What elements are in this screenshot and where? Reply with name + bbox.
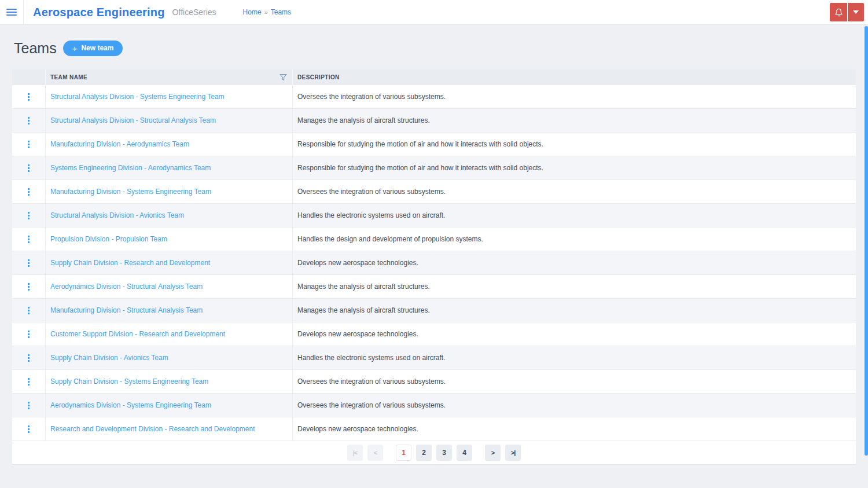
app-title: Aerospace Engineering	[33, 6, 165, 19]
kebab-menu-icon[interactable]	[25, 233, 32, 245]
team-name-cell: Manufacturing Division - Aerodynamics Te…	[46, 133, 293, 156]
team-description-cell: Manages the analysis of aircraft structu…	[293, 275, 856, 298]
team-name-cell: Structural Analysis Division - Structura…	[46, 109, 293, 132]
page-button-3[interactable]: 3	[436, 445, 452, 461]
breadcrumb-current-link[interactable]: Teams	[271, 8, 291, 16]
filter-icon[interactable]	[279, 74, 287, 81]
table-row: Supply Chain Division - Systems Engineer…	[12, 370, 856, 394]
column-header-team-name: TEAM NAME	[46, 69, 293, 85]
row-menu-cell	[12, 299, 46, 322]
account-dropdown-button[interactable]	[848, 3, 864, 21]
team-name-cell: Structural Analysis Division - Systems E…	[46, 85, 293, 108]
team-name-link[interactable]: Structural Analysis Division - Avionics …	[50, 211, 184, 219]
table-row: Manufacturing Division - Structural Anal…	[12, 299, 856, 322]
first-page-button[interactable]: |<	[347, 445, 363, 461]
team-description: Manages the analysis of aircraft structu…	[297, 116, 430, 124]
team-name-column-label: TEAM NAME	[50, 74, 87, 80]
table-header-row: TEAM NAME DESCRIPTION	[12, 69, 856, 85]
team-name-link[interactable]: Propulsion Division - Propulsion Team	[50, 235, 167, 243]
team-name-cell: Aerodynamics Division - Structural Analy…	[46, 275, 293, 298]
page-head: Teams + New team	[12, 39, 856, 57]
page-button-2[interactable]: 2	[416, 445, 432, 461]
column-header-row-menu	[12, 69, 46, 85]
team-name-link[interactable]: Aerodynamics Division - Structural Analy…	[50, 282, 203, 291]
team-name-link[interactable]: Structural Analysis Division - Structura…	[50, 116, 216, 124]
team-name-link[interactable]: Supply Chain Division - Avionics Team	[50, 354, 168, 362]
kebab-menu-icon[interactable]	[25, 210, 32, 222]
row-menu-cell	[12, 417, 46, 441]
teams-table-card: TEAM NAME DESCRIPTION Structural	[12, 69, 856, 465]
page-button-1[interactable]: 1	[396, 445, 411, 461]
team-name-link[interactable]: Manufacturing Division - Structural Anal…	[50, 306, 203, 314]
table-row: Aerodynamics Division - Systems Engineer…	[12, 394, 856, 417]
team-name-cell: Customer Support Division - Research and…	[46, 322, 293, 346]
vertical-scrollbar[interactable]	[865, 26, 868, 456]
header-actions	[830, 3, 864, 21]
team-name-link[interactable]: Aerodynamics Division - Systems Engineer…	[50, 401, 211, 409]
kebab-menu-icon[interactable]	[25, 423, 32, 435]
row-menu-cell	[12, 156, 46, 179]
kebab-menu-icon[interactable]	[25, 257, 32, 269]
chevron-down-icon	[853, 10, 859, 14]
team-name-link[interactable]: Systems Engineering Division - Aerodynam…	[50, 164, 211, 172]
team-name-cell: Structural Analysis Division - Avionics …	[46, 204, 293, 227]
plus-icon: +	[72, 44, 78, 53]
page-button-4[interactable]: 4	[457, 445, 472, 461]
team-name-link[interactable]: Supply Chain Division - Systems Engineer…	[50, 377, 208, 386]
kebab-menu-icon[interactable]	[25, 138, 32, 151]
team-description-cell: Responsible for studying the motion of a…	[293, 133, 856, 156]
team-description-cell: Develops new aerospace technologies.	[293, 322, 856, 346]
kebab-menu-icon[interactable]	[25, 376, 32, 388]
team-name-link[interactable]: Research and Development Division - Rese…	[50, 425, 255, 433]
hamburger-menu-icon[interactable]	[0, 0, 23, 24]
kebab-menu-icon[interactable]	[25, 352, 32, 364]
team-name-link[interactable]: Supply Chain Division - Research and Dev…	[50, 259, 210, 267]
table-body: Structural Analysis Division - Systems E…	[12, 85, 856, 441]
team-description-cell: Develops new aerospace technologies.	[293, 417, 856, 441]
table-row: Supply Chain Division - Research and Dev…	[12, 251, 856, 275]
table-row: Propulsion Division - Propulsion Team Ha…	[12, 228, 856, 251]
team-description: Responsible for studying the motion of a…	[297, 164, 543, 172]
last-page-button[interactable]: >|	[505, 445, 521, 461]
table-row: Manufacturing Division - Aerodynamics Te…	[12, 133, 856, 156]
table-row: Aerodynamics Division - Structural Analy…	[12, 275, 856, 299]
main-content: Teams + New team TEAM NAME DESCRIPTION	[0, 39, 868, 465]
row-menu-cell	[12, 85, 46, 108]
team-name-link[interactable]: Customer Support Division - Research and…	[50, 330, 225, 338]
team-name-link[interactable]: Manufacturing Division - Aerodynamics Te…	[50, 140, 189, 148]
next-page-button[interactable]: >	[485, 445, 501, 461]
row-menu-cell	[12, 394, 46, 417]
kebab-menu-icon[interactable]	[25, 281, 32, 293]
kebab-menu-icon[interactable]	[25, 399, 32, 412]
team-description: Handles the electronic systems used on a…	[297, 354, 445, 362]
team-name-cell: Systems Engineering Division - Aerodynam…	[46, 156, 293, 179]
team-name-link[interactable]: Manufacturing Division - Systems Enginee…	[50, 188, 211, 196]
table-row: Research and Development Division - Rese…	[12, 417, 856, 441]
team-name-link[interactable]: Structural Analysis Division - Systems E…	[50, 93, 225, 101]
kebab-menu-icon[interactable]	[25, 186, 32, 198]
row-menu-cell	[12, 180, 46, 203]
kebab-menu-icon[interactable]	[25, 115, 32, 127]
table-row: Supply Chain Division - Avionics Team Ha…	[12, 346, 856, 370]
header-divider	[23, 0, 24, 24]
notifications-button[interactable]	[830, 3, 847, 21]
column-header-description: DESCRIPTION	[293, 69, 856, 85]
row-menu-cell	[12, 133, 46, 156]
team-description-cell: Oversees the integration of various subs…	[293, 180, 856, 203]
team-description: Develops new aerospace technologies.	[297, 330, 418, 338]
kebab-menu-icon[interactable]	[25, 162, 32, 174]
kebab-menu-icon[interactable]	[25, 91, 32, 103]
kebab-menu-icon[interactable]	[25, 304, 32, 317]
new-team-button[interactable]: + New team	[63, 41, 123, 56]
team-name-cell: Supply Chain Division - Systems Engineer…	[46, 370, 293, 393]
breadcrumb: Home » Teams	[243, 8, 291, 16]
breadcrumb-home-link[interactable]: Home	[243, 8, 262, 16]
team-description-cell: Oversees the integration of various subs…	[293, 394, 856, 417]
team-description: Oversees the integration of various subs…	[297, 93, 446, 101]
prev-page-button[interactable]: <	[367, 445, 383, 461]
kebab-menu-icon[interactable]	[25, 328, 32, 340]
team-name-cell: Aerodynamics Division - Systems Engineer…	[46, 394, 293, 417]
row-menu-cell	[12, 322, 46, 346]
row-menu-cell	[12, 251, 46, 274]
team-description: Responsible for studying the motion of a…	[297, 140, 543, 148]
